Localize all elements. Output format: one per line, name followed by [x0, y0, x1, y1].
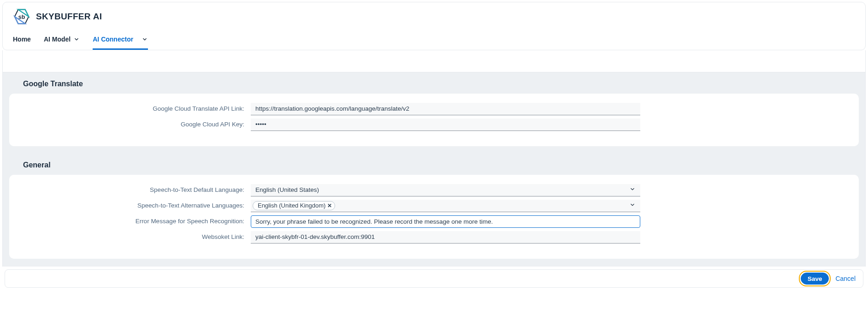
tab-home-label: Home: [13, 36, 31, 43]
chevron-down-icon: [73, 36, 80, 42]
panel-general: Speech-to-Text Default Language: Speech-…: [9, 175, 859, 259]
app-header: sb SKYBUFFER AI: [3, 2, 865, 25]
tab-ai-connector[interactable]: AI Connector: [93, 32, 148, 50]
label-error-message: Error Message for Speech Recognition:: [19, 217, 251, 226]
tab-home[interactable]: Home: [13, 32, 31, 50]
input-google-api-key[interactable]: [251, 119, 640, 131]
save-button[interactable]: Save: [801, 273, 829, 285]
multiselect-alt-languages[interactable]: English (United Kingdom) ✕: [251, 200, 640, 212]
input-websocket-link[interactable]: [251, 231, 640, 244]
label-websocket-link: Websoket Link:: [19, 233, 251, 242]
footer-bar: Save Cancel: [5, 269, 863, 288]
panel-google-translate: Google Cloud Translate API Link: Google …: [9, 94, 859, 146]
label-default-language: Speech-to-Text Default Language:: [19, 186, 251, 195]
tab-ai-model[interactable]: AI Model: [44, 32, 80, 50]
section-title-general: General: [3, 154, 865, 175]
label-google-api-key: Google Cloud API Key:: [19, 120, 251, 129]
input-translate-api-link[interactable]: [251, 103, 640, 115]
row-alt-languages: Speech-to-Text Alternative Languages: En…: [19, 199, 849, 213]
row-error-message: Error Message for Speech Recognition:: [19, 214, 849, 228]
row-translate-api-link: Google Cloud Translate API Link:: [19, 102, 849, 116]
row-websocket-link: Websoket Link:: [19, 230, 849, 244]
select-default-language[interactable]: [251, 184, 640, 196]
main-tabs: Home AI Model AI Connector: [3, 25, 865, 50]
section-title-google-translate: Google Translate: [3, 72, 865, 94]
chevron-down-icon: [142, 36, 148, 42]
row-google-api-key: Google Cloud API Key:: [19, 118, 849, 131]
header-card: sb SKYBUFFER AI Home AI Model AI Connect…: [2, 2, 866, 50]
tab-ai-connector-label: AI Connector: [93, 36, 133, 43]
chevron-down-icon: [629, 202, 636, 210]
token-alt-language-label: English (United Kingdom): [258, 202, 325, 209]
save-button-highlight: Save: [799, 271, 831, 286]
content-area: Google Translate Google Cloud Translate …: [2, 50, 866, 267]
tab-ai-model-label: AI Model: [44, 36, 71, 43]
label-translate-api-link: Google Cloud Translate API Link:: [19, 105, 251, 113]
app-title: SKYBUFFER AI: [36, 12, 102, 22]
app-logo-icon: sb: [13, 8, 30, 25]
label-alt-languages: Speech-to-Text Alternative Languages:: [19, 202, 251, 210]
toolbar-spacer: [3, 50, 865, 72]
cancel-button[interactable]: Cancel: [834, 273, 856, 284]
input-error-message[interactable]: [251, 215, 640, 228]
token-remove-icon[interactable]: ✕: [327, 203, 332, 208]
svg-text:sb: sb: [18, 14, 25, 20]
token-alt-language: English (United Kingdom) ✕: [253, 201, 335, 210]
row-default-language: Speech-to-Text Default Language:: [19, 183, 849, 197]
